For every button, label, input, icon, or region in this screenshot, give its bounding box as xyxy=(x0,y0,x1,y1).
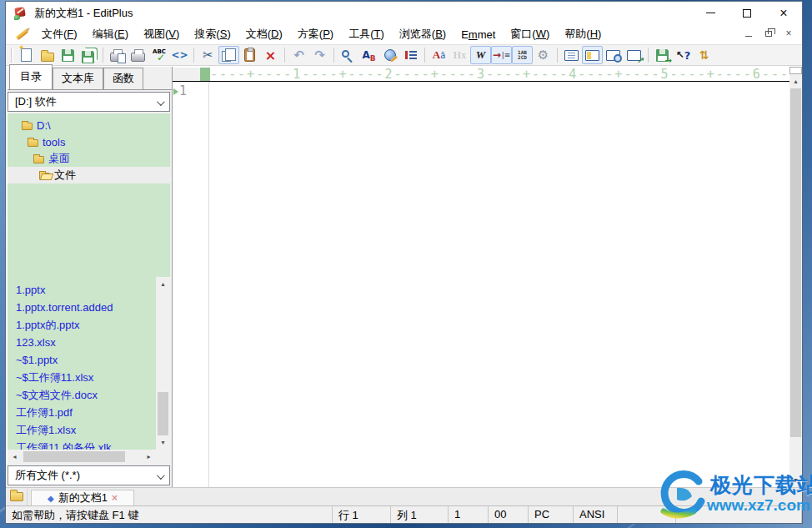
file-filter-select[interactable]: 所有文件 (*.*) xyxy=(8,465,170,485)
tree-item[interactable]: D:\ xyxy=(8,117,170,133)
context-help-button[interactable]: ↖? xyxy=(673,46,694,64)
directory-panel-button[interactable] xyxy=(582,46,603,64)
file-item[interactable]: 工作簿11 的备份.xlk xyxy=(8,439,170,450)
child-close-button[interactable]: × xyxy=(780,26,797,41)
tree-item-label: 文件 xyxy=(54,168,76,183)
document-selector-button[interactable] xyxy=(6,488,28,505)
menu-item-8[interactable]: Emmet xyxy=(454,26,503,43)
menu-item-5[interactable]: 方案(P) xyxy=(290,24,341,44)
line-numbers-button[interactable]: 1AB2CD xyxy=(512,46,533,64)
scroll-right-icon[interactable]: ▸ xyxy=(142,450,156,464)
scroll-thumb[interactable] xyxy=(790,88,801,437)
status-cell-1: 列 1 xyxy=(391,506,449,523)
close-button[interactable]: × xyxy=(765,2,802,24)
toolbar-separator xyxy=(193,48,194,63)
paste-button[interactable] xyxy=(239,46,260,64)
tree-item[interactable]: 桌面 xyxy=(8,150,170,167)
editor-vscrollbar[interactable]: ▴ ▾ xyxy=(789,74,802,487)
preferences-button[interactable]: ⚙ xyxy=(533,46,554,64)
copy-button[interactable] xyxy=(218,46,239,64)
word-wrap-button[interactable]: W xyxy=(470,46,491,64)
file-item[interactable]: ~$文档文件.docx xyxy=(8,386,170,404)
menu-item-0[interactable]: 文件(F) xyxy=(34,24,85,44)
scroll-up-icon[interactable]: ▴ xyxy=(156,277,170,291)
save-button[interactable] xyxy=(58,46,78,64)
menu-item-2[interactable]: 视图(V) xyxy=(136,24,187,44)
scroll-down-icon[interactable]: ▾ xyxy=(156,435,170,450)
font-button[interactable]: Aā xyxy=(429,46,449,64)
file-item[interactable]: ~$工作簿11.xlsx xyxy=(8,369,170,386)
delete-button[interactable]: × xyxy=(260,46,281,64)
scrollbar-corner xyxy=(156,450,170,464)
document-list-button[interactable] xyxy=(561,46,582,64)
cut-button[interactable]: ✂ xyxy=(198,46,218,64)
file-item[interactable]: 工作簿1.xlsx xyxy=(8,421,170,439)
sync-scroll-button[interactable]: ⇅ xyxy=(694,46,714,64)
pencil-icon xyxy=(16,28,28,39)
ruler-scale: ----+----1----+----2----+----3----+----4… xyxy=(210,68,789,81)
split-handle[interactable] xyxy=(789,67,802,74)
menu-item-4[interactable]: 文档(D) xyxy=(238,24,290,44)
tree-item[interactable]: tools xyxy=(8,133,170,150)
file-item[interactable]: 1.pptx xyxy=(8,281,170,299)
file-list-vscrollbar[interactable]: ▴ ▾ xyxy=(156,277,170,450)
chevron-down-icon xyxy=(157,98,165,106)
toolbar-grip[interactable] xyxy=(11,48,12,63)
sidebar-tab-2[interactable]: 函数 xyxy=(103,68,143,89)
maximize-icon xyxy=(743,9,751,18)
file-item[interactable]: ~$1.pptx xyxy=(8,351,170,369)
redo-button[interactable]: ↷ xyxy=(309,46,330,64)
title-bar: 新的文档1 - EditPlus × xyxy=(6,2,802,24)
menu-item-10[interactable]: 帮助(H) xyxy=(557,24,609,44)
cliptext-panel-button[interactable] xyxy=(603,46,624,64)
file-item[interactable]: 123.xlsx xyxy=(8,334,170,351)
web-document-button[interactable] xyxy=(379,46,400,64)
document-tab[interactable]: ◆新的文档1× xyxy=(31,490,134,505)
status-cell-7 xyxy=(676,506,802,523)
scroll-thumb[interactable] xyxy=(23,451,125,462)
print-preview-button[interactable] xyxy=(107,46,128,64)
tab-close-icon[interactable]: × xyxy=(112,492,118,504)
new-document-button[interactable] xyxy=(16,46,37,64)
ftp-upload-button[interactable]: → xyxy=(652,46,673,64)
tree-item[interactable]: 文件 xyxy=(8,167,170,184)
browser-panel-button[interactable] xyxy=(624,46,644,64)
menu-item-1[interactable]: 编辑(E) xyxy=(85,24,136,44)
drive-select[interactable]: [D:] 软件 xyxy=(8,92,170,112)
status-cell-4: PC xyxy=(529,506,574,523)
folder-open-icon xyxy=(39,173,50,180)
sidebar-tab-1[interactable]: 文本库 xyxy=(53,68,103,89)
child-restore-button[interactable] xyxy=(760,26,777,41)
menu-item-7[interactable]: 浏览器(B) xyxy=(392,24,454,44)
file-list-hscrollbar[interactable]: ◂ ▸ xyxy=(8,450,156,464)
menu-item-6[interactable]: 工具(T) xyxy=(341,24,392,44)
editor-area[interactable]: ----+----1----+----2----+----3----+----4… xyxy=(172,67,802,487)
sidebar-tab-0[interactable]: 目录 xyxy=(9,64,53,89)
sorted-list-button[interactable] xyxy=(400,46,421,64)
file-item[interactable]: 1.pptx.torrent.added xyxy=(8,299,170,316)
child-minimize-button[interactable] xyxy=(740,26,757,41)
menu-item-9[interactable]: 窗口(W) xyxy=(503,24,557,44)
scroll-up-icon[interactable]: ▴ xyxy=(789,74,802,88)
spell-check-button[interactable]: ABC✓ xyxy=(148,46,169,64)
replace-button[interactable]: AB xyxy=(358,46,379,64)
save-all-button[interactable] xyxy=(78,46,99,64)
file-item[interactable]: 工作簿1.pdf xyxy=(8,404,170,421)
scroll-left-icon[interactable]: ◂ xyxy=(8,450,22,464)
find-button[interactable] xyxy=(338,46,358,64)
document-icon: ◆ xyxy=(48,494,54,503)
maximize-button[interactable] xyxy=(729,2,765,24)
auto-indent-button[interactable]: →|≡ xyxy=(491,46,512,64)
file-item[interactable]: 1.pptx的.pptx xyxy=(8,316,170,334)
desktop: 新的文档1 - EditPlus × 文件(F)编辑(E)视图(V)搜索(S)文… xyxy=(0,0,812,528)
minimize-button[interactable] xyxy=(692,2,729,24)
print-button[interactable] xyxy=(128,46,148,64)
open-file-button[interactable] xyxy=(37,46,58,64)
undo-button[interactable]: ↶ xyxy=(288,46,309,64)
tree-item-label: tools xyxy=(43,136,65,148)
child-close-icon: × xyxy=(785,28,791,39)
hex-viewer-button[interactable]: Hx xyxy=(449,46,470,64)
html-toolbar-button[interactable]: <> xyxy=(169,46,190,64)
scroll-down-icon[interactable]: ▾ xyxy=(789,473,802,487)
menu-item-3[interactable]: 搜索(S) xyxy=(187,24,238,44)
